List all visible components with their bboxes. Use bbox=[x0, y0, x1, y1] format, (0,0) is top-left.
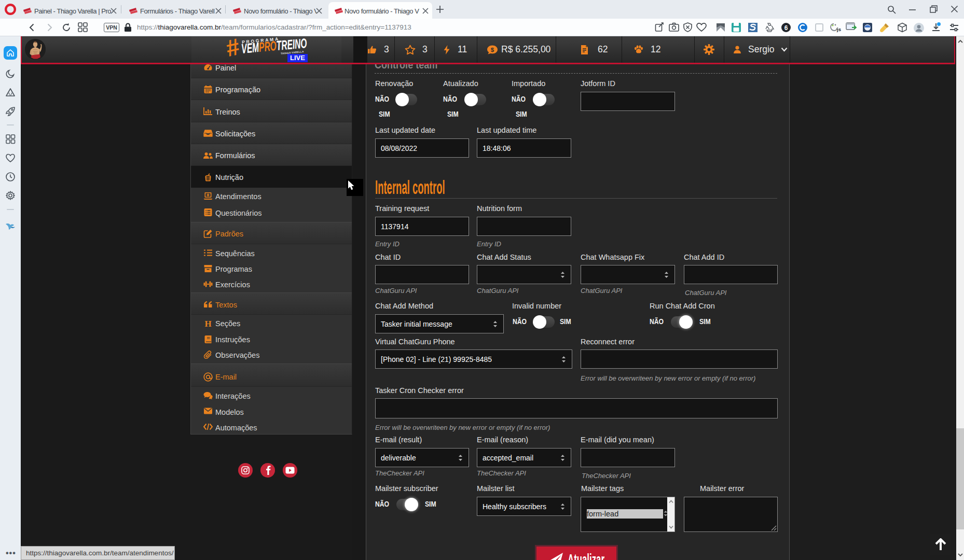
svg-text:$: $ bbox=[491, 46, 494, 52]
svg-text:6: 6 bbox=[784, 24, 788, 32]
svg-text:js: js bbox=[836, 26, 841, 32]
